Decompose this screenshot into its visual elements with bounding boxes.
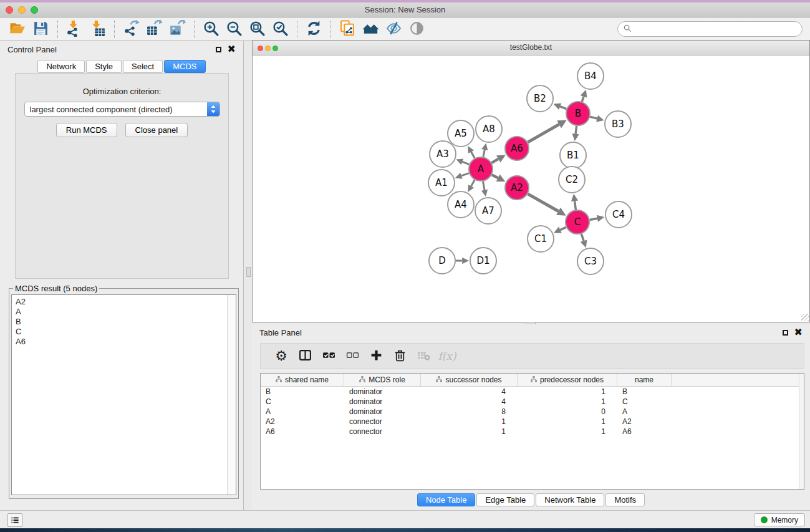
graph-edge-B-B2[interactable] <box>560 107 566 109</box>
export-image-button[interactable] <box>166 20 189 39</box>
tab-mcds[interactable]: MCDS <box>164 60 205 73</box>
show-panel-button[interactable] <box>405 20 428 39</box>
import-table-button[interactable] <box>86 20 109 39</box>
zoom-selected-icon <box>272 20 289 39</box>
result-item[interactable]: A6 <box>16 337 232 347</box>
result-item[interactable]: A <box>16 307 232 317</box>
tree-icon <box>436 375 442 384</box>
network-window-title: testGlobe.txt <box>253 41 809 55</box>
zoom-selected-button[interactable] <box>269 20 292 39</box>
criterion-select[interactable]: largest connected component (directed) <box>24 102 220 117</box>
toolbar-separator <box>57 21 58 38</box>
network-view-window: testGlobe.txt AA1A2A3A4A5A6A7A8BB1B2B3B4… <box>252 40 810 322</box>
export-network-button[interactable] <box>120 20 143 39</box>
tab-network[interactable]: Network <box>37 60 85 73</box>
optimization-criterion-label: Optimization criterion: <box>16 87 228 96</box>
delete-button[interactable] <box>388 346 412 366</box>
home-button[interactable] <box>359 20 382 39</box>
toolbar-separator <box>114 21 115 38</box>
float-panel-icon[interactable] <box>216 47 221 52</box>
graph-edge-B-B3[interactable] <box>590 117 597 118</box>
open-folder-button[interactable] <box>6 20 29 39</box>
graph-edge-A-A2[interactable] <box>492 175 498 178</box>
result-item[interactable]: A2 <box>16 297 232 307</box>
tab-edge-table[interactable]: Edge Table <box>476 493 534 506</box>
close-panel-button[interactable]: Close panel <box>125 123 188 137</box>
graph-edge-C-C3[interactable] <box>581 234 584 241</box>
close-table-panel-icon[interactable]: ✖ <box>794 329 803 336</box>
graph-edge-A-A1[interactable] <box>461 173 469 176</box>
memory-button[interactable]: Memory <box>754 513 805 526</box>
search-box[interactable] <box>617 21 803 37</box>
graph-edge-B-B4[interactable] <box>582 97 584 102</box>
deselect-all-button[interactable] <box>340 346 364 366</box>
graph-edge-B-B1[interactable] <box>576 126 577 134</box>
graph-edge-A-A8[interactable] <box>483 150 485 157</box>
gear-button[interactable]: ⚙ <box>269 346 293 366</box>
cell-shared-name: B <box>261 387 344 396</box>
tab-select[interactable]: Select <box>123 60 163 73</box>
graph-edge-C-C4[interactable] <box>590 218 597 220</box>
node-table: shared nameMCDS rolesuccessor nodesprede… <box>260 373 804 490</box>
split-view-button[interactable] <box>293 346 317 366</box>
column-header-name[interactable]: name <box>617 374 672 386</box>
result-list-scrollbar[interactable] <box>227 295 236 495</box>
result-item[interactable]: C <box>16 327 232 337</box>
graph-edge-A-A4[interactable] <box>471 180 475 186</box>
run-mcds-button[interactable]: Run MCDS <box>56 123 117 137</box>
cell-mcds-role: connector <box>344 417 421 426</box>
float-table-panel-icon[interactable] <box>783 330 788 336</box>
add-button[interactable] <box>364 346 388 366</box>
table-row[interactable]: Adominator80A <box>261 407 804 417</box>
zoom-fit-button[interactable] <box>246 20 269 39</box>
zoom-in-button[interactable] <box>200 20 223 39</box>
graph-edge-A-A7[interactable] <box>483 181 485 190</box>
export-table-button[interactable] <box>143 20 166 39</box>
gear-icon: ⚙ <box>275 349 287 363</box>
graph-edge-C-C1[interactable] <box>560 227 566 230</box>
column-header-successor-nodes[interactable]: successor nodes <box>421 374 518 386</box>
cell-successor-nodes: 8 <box>421 407 518 416</box>
tab-motifs[interactable]: Motifs <box>605 493 645 506</box>
window-titlebar: Session: New Session <box>0 2 810 17</box>
graph-edge-A-A6[interactable] <box>491 159 498 163</box>
column-header-predecessor-nodes[interactable]: predecessor nodes <box>518 374 617 386</box>
network-canvas[interactable]: AA1A2A3A4A5A6A7A8BB1B2B3B4CC1C2C3C4DD1 <box>253 56 809 322</box>
search-input[interactable] <box>635 24 797 34</box>
tab-node-table[interactable]: Node Table <box>417 493 476 506</box>
import-network-button[interactable] <box>63 20 86 39</box>
table-row[interactable]: Cdominator41C <box>261 397 804 407</box>
toolbar-separator <box>194 21 195 38</box>
toolbar-separator <box>330 21 331 38</box>
hide-panel-button[interactable] <box>382 20 405 39</box>
task-history-button[interactable] <box>7 513 22 527</box>
close-panel-icon[interactable]: ✖ <box>228 46 236 53</box>
zoom-in-icon <box>203 20 219 39</box>
vertical-splitter-handle[interactable] <box>246 267 251 277</box>
cell-predecessor-nodes: 1 <box>518 397 617 406</box>
tree-icon <box>359 375 365 384</box>
result-item[interactable]: B <box>16 317 232 327</box>
graph-edge-A-A3[interactable] <box>462 162 469 164</box>
graph-edge-A-A5[interactable] <box>471 152 475 158</box>
duplicate-network-button[interactable] <box>336 20 359 39</box>
split-view-icon <box>299 349 312 364</box>
column-header-mcds-role[interactable]: MCDS role <box>344 374 421 386</box>
refresh-button[interactable] <box>302 20 325 39</box>
select-all-button[interactable] <box>317 346 340 366</box>
table-row[interactable]: Bdominator41B <box>261 387 804 397</box>
graph-edge-A2-C[interactable] <box>528 194 558 211</box>
table-row[interactable]: A6connector11A6 <box>261 427 804 437</box>
table-row[interactable]: A2connector11A2 <box>261 417 804 427</box>
resize-corner-handle[interactable] <box>801 314 809 321</box>
tab-style[interactable]: Style <box>86 60 122 73</box>
save-button[interactable] <box>29 20 52 39</box>
graph-edge-C-C2[interactable] <box>575 201 576 210</box>
tab-network-table[interactable]: Network Table <box>536 493 604 506</box>
graph-node-label: A <box>478 163 485 175</box>
table-scrollbar[interactable] <box>799 374 804 489</box>
mcds-tab-content: Optimization criterion: largest connecte… <box>15 73 229 279</box>
graph-edge-A6-B[interactable] <box>528 124 559 142</box>
zoom-out-button[interactable] <box>223 20 246 39</box>
column-header-shared-name[interactable]: shared name <box>261 374 344 386</box>
